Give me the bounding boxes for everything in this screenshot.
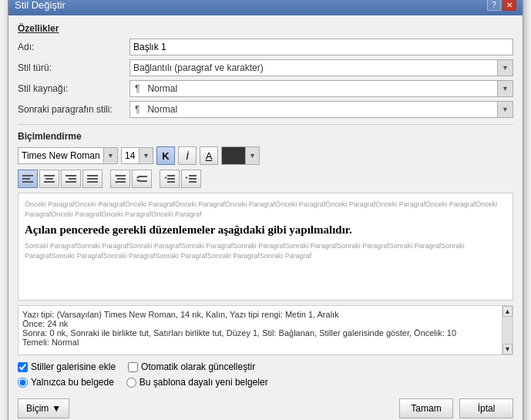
yalnizca-radio[interactable] (18, 378, 28, 388)
sonraki-para-label: Sonraki paragrafın stili: (18, 104, 129, 115)
bicim-button[interactable]: Biçim ▼ (18, 398, 69, 418)
bold-button[interactable]: K (156, 146, 175, 165)
stil-kaynagi-label: Stil kaynağı: (18, 83, 129, 94)
svg-rect-10 (87, 178, 98, 180)
sonraki-para-arrow: ▼ (497, 102, 513, 117)
preview-main: Açılan pencerede gerekli düzenlemeler aş… (25, 223, 506, 237)
format-row: Times New Roman ▼ 14 ▼ K İ A ▼ (18, 146, 513, 165)
decrease-indent-button[interactable] (160, 170, 180, 188)
scroll-up-arrow[interactable]: ▲ (502, 306, 513, 317)
svg-marker-24 (164, 176, 166, 179)
ad-row: Adı: (18, 39, 513, 55)
font-name: Times New Roman (18, 149, 103, 163)
stil-turu-label: Stil türü: (18, 62, 129, 73)
para-icon-kaynagi: ¶ (130, 83, 144, 94)
help-button[interactable]: ? (487, 0, 501, 11)
title-bar: Stil Değiştir ? ✕ (8, 0, 523, 15)
svg-rect-25 (189, 175, 197, 176)
stil-turu-arrow: ▼ (497, 60, 513, 76)
italic-button[interactable]: İ (178, 146, 197, 165)
description-line3: Sonra: 0 nk, Sonraki ile birlikte tut, S… (22, 328, 499, 338)
ad-input[interactable] (129, 39, 513, 55)
color-select-arrow: ▼ (245, 147, 259, 164)
yalnizca-label: Yalnızca bu belgede (31, 377, 114, 388)
svg-rect-4 (45, 178, 53, 180)
bottom-buttons: Biçim ▼ Tamam İptal (18, 395, 513, 418)
stil-turu-select[interactable]: Bağlantılı (paragraf ve karakter) ▼ (129, 59, 513, 76)
svg-rect-5 (44, 181, 55, 183)
stil-turu-row: Stil türü: Bağlantılı (paragraf ve karak… (18, 59, 513, 76)
svg-rect-13 (117, 178, 126, 180)
description-line1: Yazı tipi: (Varsayılan) Times New Roman,… (22, 310, 499, 319)
increase-indent-button[interactable] (181, 170, 201, 188)
otomatik-checkbox-label[interactable]: Otomatik olarak güncelleştir (128, 361, 255, 372)
svg-rect-11 (87, 181, 98, 183)
sonraki-para-value: Normal (144, 102, 497, 116)
color-fill (222, 147, 245, 164)
svg-rect-17 (139, 176, 147, 177)
sonraki-para-select[interactable]: ¶ Normal ▼ (129, 101, 513, 118)
scroll-down-arrow[interactable]: ▼ (502, 344, 513, 354)
description-box: Yazı tipi: (Varsayılan) Times New Roman,… (18, 305, 513, 355)
align-justify-button[interactable] (82, 170, 103, 188)
align-center-icon (44, 174, 55, 183)
bicim-arrow-icon: ▼ (52, 403, 61, 414)
iptal-button[interactable]: İptal (459, 398, 513, 418)
svg-rect-1 (22, 178, 30, 180)
svg-rect-12 (117, 175, 126, 176)
svg-rect-2 (22, 181, 33, 183)
svg-rect-0 (22, 175, 33, 176)
line-spacing-icon (115, 174, 126, 183)
svg-rect-9 (87, 175, 98, 176)
font-select[interactable]: Times New Roman ▼ (18, 147, 118, 164)
sablon-radio[interactable] (126, 378, 136, 388)
yalnizca-radio-label[interactable]: Yalnızca bu belgede (18, 377, 114, 388)
stil-kaynagi-arrow: ▼ (497, 81, 513, 96)
bicim-label: Biçim (26, 403, 49, 414)
align-justify-icon (87, 174, 98, 183)
svg-rect-18 (139, 180, 147, 182)
stiller-checkbox[interactable] (18, 362, 28, 372)
line-spacing-button[interactable] (110, 170, 130, 188)
otomatik-checkbox[interactable] (128, 362, 138, 372)
increase-indent-icon (186, 174, 197, 183)
svg-rect-27 (189, 181, 197, 183)
paragraph-spacing-button[interactable] (132, 170, 152, 188)
align-left-icon (22, 174, 33, 183)
align-right-button[interactable] (61, 170, 81, 188)
align-row (18, 170, 513, 188)
title-bar-buttons: ? ✕ (487, 0, 516, 11)
tamam-button[interactable]: Tamam (399, 398, 453, 418)
align-center-button[interactable] (39, 170, 59, 188)
stil-kaynagi-row: Stil kaynağı: ¶ Normal ▼ (18, 80, 513, 97)
size-select[interactable]: 14 ▼ (121, 147, 153, 164)
svg-rect-8 (66, 181, 76, 183)
description-scrollbar[interactable]: ▲ ▼ (502, 306, 513, 354)
stiller-checkbox-label[interactable]: Stiller galerisine ekle (18, 361, 116, 372)
para-spacing-icon (136, 174, 147, 183)
stil-turu-value: Bağlantılı (paragraf ve karakter) (130, 61, 497, 75)
preview-before: Önceki ParagrafÖnceki ParagrafÖnceki Par… (25, 200, 506, 219)
svg-rect-22 (167, 178, 175, 180)
description-line4: Temeli: Normal (22, 338, 499, 347)
preview-box: Önceki ParagrafÖnceki ParagrafÖnceki Par… (18, 193, 513, 301)
description-line2: Önce: 24 nk (22, 319, 499, 328)
stil-kaynagi-select[interactable]: ¶ Normal ▼ (129, 80, 513, 97)
sablon-radio-label[interactable]: Bu şablona dayalı yeni belgeler (126, 377, 268, 388)
preview-after: Sonraki ParagrafSonraki ParagrafSonraki … (25, 241, 506, 260)
sonraki-para-row: Sonraki paragrafın stili: ¶ Normal ▼ (18, 101, 513, 118)
svg-rect-3 (44, 175, 55, 176)
svg-rect-21 (167, 175, 175, 176)
close-button[interactable]: ✕ (502, 0, 516, 11)
ok-cancel-group: Tamam İptal (399, 398, 513, 418)
align-left-button[interactable] (18, 170, 38, 188)
align-right-icon (66, 174, 76, 183)
bicimleme-section-label: Biçimlendirme (18, 131, 513, 142)
otomatik-label: Otomatik olarak güncelleştir (141, 361, 255, 372)
svg-rect-14 (117, 181, 126, 183)
sablon-label: Bu şablona dayalı yeni belgeler (139, 377, 268, 388)
font-color-select[interactable]: ▼ (221, 146, 260, 165)
underline-button[interactable]: A (200, 146, 218, 165)
svg-rect-23 (167, 181, 175, 183)
radio-row: Yalnızca bu belgede Bu şablona dayalı ye… (18, 377, 513, 388)
